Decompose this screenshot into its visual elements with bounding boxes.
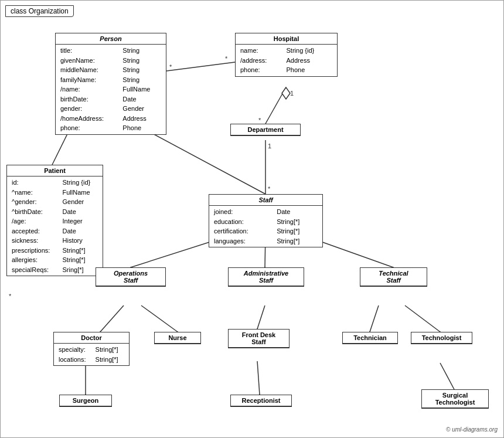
patient-header: Patient bbox=[7, 165, 103, 176]
administrative-staff-header: AdministrativeStaff bbox=[229, 268, 304, 286]
svg-text:1: 1 bbox=[290, 90, 294, 97]
patient-body: id:String {id} ^name:FullName ^gender:Ge… bbox=[7, 176, 103, 276]
svg-marker-4 bbox=[282, 87, 290, 99]
technical-staff-class: TechnicalStaff bbox=[360, 267, 427, 287]
staff-class: Staff joined:Date education:String[*] ce… bbox=[209, 194, 323, 247]
hospital-body: name:String {id} /address:Address phone:… bbox=[236, 45, 337, 76]
svg-line-22 bbox=[141, 305, 178, 332]
technologist-header: Technologist bbox=[411, 332, 472, 344]
doctor-header: Doctor bbox=[54, 332, 129, 344]
svg-text:*: * bbox=[225, 55, 228, 62]
patient-class: Patient id:String {id} ^name:FullName ^g… bbox=[6, 165, 103, 276]
svg-line-24 bbox=[257, 305, 265, 329]
operations-staff-header: OperationsStaff bbox=[96, 268, 165, 286]
surgical-technologist-class: SurgicalTechnologist bbox=[421, 389, 489, 409]
receptionist-class: Receptionist bbox=[230, 395, 292, 407]
diagram-container: class Organization * * 1 * 1 * bbox=[0, 0, 504, 438]
staff-body: joined:Date education:String[*] certific… bbox=[209, 206, 322, 247]
technician-class: Technician bbox=[342, 332, 398, 344]
technical-staff-header: TechnicalStaff bbox=[360, 268, 427, 286]
hospital-class: Hospital name:String {id} /address:Addre… bbox=[235, 33, 338, 77]
receptionist-header: Receptionist bbox=[231, 395, 291, 406]
doctor-body: specialty:String[*] locations:String[*] bbox=[54, 344, 129, 365]
svg-text:*: * bbox=[9, 293, 12, 300]
nurse-class: Nurse bbox=[154, 332, 201, 344]
department-class: Department bbox=[230, 124, 301, 136]
surgeon-header: Surgeon bbox=[60, 395, 111, 406]
svg-line-32 bbox=[257, 361, 260, 395]
person-body: title:String givenName:String middleName… bbox=[56, 45, 166, 134]
svg-text:*: * bbox=[258, 117, 261, 124]
person-class: Person title:String givenName:String mid… bbox=[55, 33, 166, 135]
technologist-class: Technologist bbox=[411, 332, 472, 344]
svg-line-34 bbox=[440, 363, 455, 391]
surgeon-class: Surgeon bbox=[59, 395, 112, 407]
front-desk-staff-class: Front DeskStaff bbox=[228, 329, 290, 348]
diagram-title: class Organization bbox=[5, 5, 74, 17]
hospital-header: Hospital bbox=[236, 33, 337, 45]
front-desk-staff-header: Front DeskStaff bbox=[229, 330, 289, 348]
svg-line-20 bbox=[100, 305, 124, 332]
doctor-class: Doctor specialty:String[*] locations:Str… bbox=[53, 332, 130, 366]
staff-header: Staff bbox=[209, 195, 322, 206]
person-header: Person bbox=[56, 33, 166, 45]
department-header: Department bbox=[231, 124, 300, 135]
surgical-technologist-header: SurgicalTechnologist bbox=[422, 390, 488, 408]
technician-header: Technician bbox=[343, 332, 397, 344]
svg-text:1: 1 bbox=[268, 142, 271, 150]
nurse-header: Nurse bbox=[155, 332, 200, 344]
copyright: © uml-diagrams.org bbox=[446, 426, 498, 433]
title-text: class Organization bbox=[11, 7, 69, 15]
svg-line-28 bbox=[405, 305, 440, 332]
operations-staff-class: OperationsStaff bbox=[96, 267, 166, 287]
svg-line-3 bbox=[265, 87, 286, 124]
svg-text:*: * bbox=[169, 63, 172, 70]
administrative-staff-class: AdministrativeStaff bbox=[228, 267, 304, 287]
svg-text:*: * bbox=[268, 185, 271, 192]
svg-line-26 bbox=[370, 305, 379, 332]
svg-line-0 bbox=[166, 62, 235, 71]
